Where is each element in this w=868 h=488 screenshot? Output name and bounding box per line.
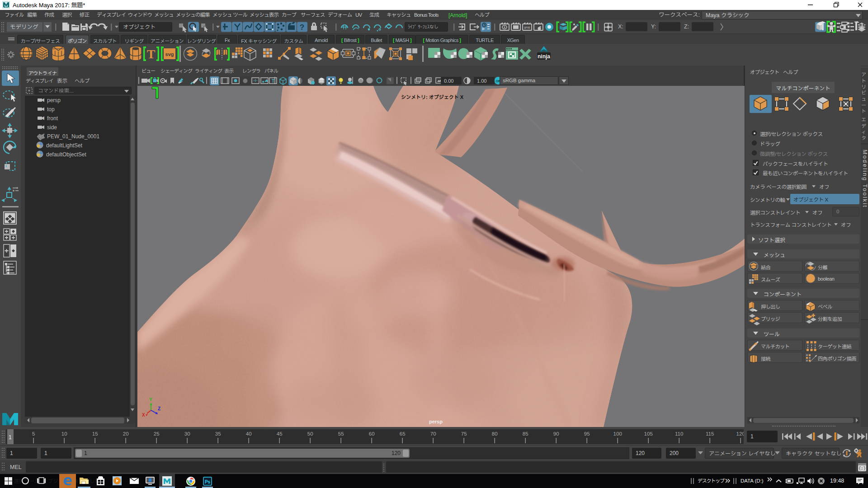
svg-text:75: 75 xyxy=(461,431,467,436)
svg-text:T: T xyxy=(147,47,156,61)
svg-text:95: 95 xyxy=(584,431,590,436)
svg-text:110: 110 xyxy=(675,431,683,436)
svg-text:Y: Y xyxy=(149,397,152,402)
svg-text:55: 55 xyxy=(338,431,344,436)
svg-text:IPR: IPR xyxy=(524,26,530,30)
svg-text:40: 40 xyxy=(246,431,252,436)
svg-text:15: 15 xyxy=(92,431,98,436)
svg-text:10: 10 xyxy=(61,431,67,436)
svg-text:115: 115 xyxy=(706,431,714,436)
svg-text:45: 45 xyxy=(277,431,283,436)
svg-text:60: 60 xyxy=(369,431,375,436)
svg-text:20: 20 xyxy=(123,431,129,436)
svg-text:{;}: {;} xyxy=(859,466,866,471)
svg-text:X: X xyxy=(142,413,145,418)
svg-text:50: 50 xyxy=(307,431,313,436)
svg-text:70: 70 xyxy=(430,431,436,436)
svg-text:svg: svg xyxy=(165,52,174,57)
svg-text:30: 30 xyxy=(184,431,190,436)
svg-text:?: ? xyxy=(300,23,304,32)
svg-text:85: 85 xyxy=(523,431,528,436)
svg-text:35: 35 xyxy=(215,431,221,436)
svg-text:90: 90 xyxy=(553,431,559,436)
svg-text:Ps: Ps xyxy=(205,479,211,484)
svg-text:ninja: ninja xyxy=(538,53,550,60)
svg-text:25: 25 xyxy=(154,431,160,436)
svg-text:MAYA: MAYA xyxy=(5,6,8,8)
svg-text:Z: Z xyxy=(158,406,160,411)
svg-text:120: 120 xyxy=(736,431,744,436)
svg-text:65: 65 xyxy=(400,431,406,436)
svg-text:T: T xyxy=(272,79,274,84)
svg-text:5: 5 xyxy=(32,431,35,436)
svg-text:105: 105 xyxy=(644,431,653,436)
svg-text:100: 100 xyxy=(613,431,622,436)
svg-text:80: 80 xyxy=(492,431,498,436)
